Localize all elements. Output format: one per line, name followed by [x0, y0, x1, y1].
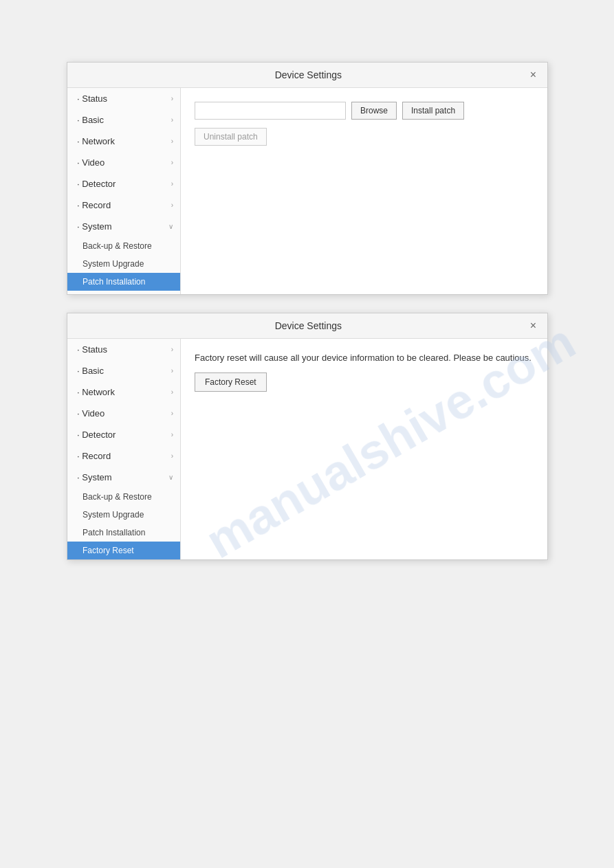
dialog2-sidebar: · Status › · Basic › · Network › · Video…	[67, 339, 181, 559]
browse-button[interactable]: Browse	[351, 102, 397, 120]
sidebar2-subitem-upgrade[interactable]: System Upgrade	[67, 506, 180, 524]
sidebar1-system-chevron: ∨	[168, 223, 173, 230]
patch-install-row: Browse Install patch	[195, 102, 534, 120]
sidebar1-item-status[interactable]: · Status ›	[67, 88, 180, 109]
sidebar1-video-label: · Video	[77, 157, 105, 168]
dialog1-content: Browse Install patch Uninstall patch	[181, 88, 547, 294]
sidebar2-item-status[interactable]: · Status ›	[67, 339, 180, 360]
sidebar2-basic-label: · Basic	[77, 366, 104, 376]
sidebar1-item-video[interactable]: · Video ›	[67, 152, 180, 173]
install-patch-button[interactable]: Install patch	[402, 102, 464, 120]
uninstall-row: Uninstall patch	[195, 128, 534, 146]
dialog-patch-installation: Device Settings × · Status › · Basic › ·…	[67, 62, 548, 295]
sidebar1-subitem-upgrade[interactable]: System Upgrade	[67, 255, 180, 273]
sidebar1-basic-label: · Basic	[77, 115, 104, 125]
sidebar1-item-system[interactable]: · System ∨	[67, 216, 180, 237]
sidebar1-record-label: · Record	[77, 200, 111, 210]
sidebar1-video-chevron: ›	[171, 159, 173, 166]
sidebar2-detector-label: · Detector	[77, 430, 116, 440]
sidebar1-subitem-backup[interactable]: Back-up & Restore	[67, 237, 180, 255]
sidebar2-network-label: · Network	[77, 387, 115, 397]
sidebar2-status-label: · Status	[77, 344, 107, 355]
sidebar2-item-record[interactable]: · Record ›	[67, 445, 180, 467]
uninstall-patch-button[interactable]: Uninstall patch	[195, 128, 267, 146]
dialog1-title: Device Settings	[89, 69, 527, 80]
sidebar1-item-detector[interactable]: · Detector ›	[67, 173, 180, 194]
sidebar1-record-chevron: ›	[171, 201, 173, 209]
sidebar2-detector-chevron: ›	[171, 431, 173, 438]
sidebar1-status-chevron: ›	[171, 95, 173, 102]
factory-reset-button[interactable]: Factory Reset	[195, 372, 267, 392]
sidebar1-subitem-patch[interactable]: Patch Installation	[67, 273, 180, 291]
sidebar1-detector-chevron: ›	[171, 180, 173, 188]
sidebar2-basic-chevron: ›	[171, 367, 173, 375]
dialog2-header: Device Settings ×	[67, 313, 547, 339]
sidebar1-detector-label: · Detector	[77, 179, 116, 189]
factory-reset-warning: Factory reset will cause all your device…	[195, 353, 534, 363]
sidebar2-video-label: · Video	[77, 408, 105, 419]
sidebar1-network-chevron: ›	[171, 137, 173, 145]
sidebar2-subitem-patch[interactable]: Patch Installation	[67, 524, 180, 542]
dialog2-content: Factory reset will cause all your device…	[181, 339, 547, 559]
dialog1-sidebar: · Status › · Basic › · Network › · Video…	[67, 88, 181, 294]
sidebar2-system-label: · System	[77, 472, 112, 482]
dialog1-header: Device Settings ×	[67, 63, 547, 88]
sidebar2-record-label: · Record	[77, 451, 111, 461]
dialog1-body: · Status › · Basic › · Network › · Video…	[67, 88, 547, 294]
dialog-factory-reset: Device Settings × · Status › · Basic › ·…	[67, 313, 548, 560]
sidebar2-item-basic[interactable]: · Basic ›	[67, 360, 180, 381]
dialog2-title: Device Settings	[89, 320, 527, 331]
sidebar1-status-label: · Status	[77, 93, 107, 104]
sidebar2-item-network[interactable]: · Network ›	[67, 381, 180, 403]
sidebar1-basic-chevron: ›	[171, 116, 173, 124]
dialog2-close-button[interactable]: ×	[527, 319, 539, 333]
sidebar2-system-chevron: ∨	[168, 474, 173, 481]
sidebar2-item-system[interactable]: · System ∨	[67, 467, 180, 488]
dialog1-close-button[interactable]: ×	[527, 68, 539, 82]
sidebar1-system-label: · System	[77, 221, 112, 232]
patch-file-input[interactable]	[195, 102, 346, 120]
sidebar2-item-video[interactable]: · Video ›	[67, 403, 180, 424]
sidebar1-item-basic[interactable]: · Basic ›	[67, 109, 180, 131]
sidebar1-item-network[interactable]: · Network ›	[67, 131, 180, 152]
dialog2-body: · Status › · Basic › · Network › · Video…	[67, 339, 547, 559]
sidebar2-status-chevron: ›	[171, 346, 173, 353]
sidebar2-network-chevron: ›	[171, 388, 173, 396]
sidebar2-subitem-factory[interactable]: Factory Reset	[67, 542, 180, 559]
sidebar2-video-chevron: ›	[171, 410, 173, 417]
sidebar1-network-label: · Network	[77, 136, 115, 146]
sidebar2-record-chevron: ›	[171, 452, 173, 460]
sidebar1-item-record[interactable]: · Record ›	[67, 194, 180, 216]
sidebar2-item-detector[interactable]: · Detector ›	[67, 424, 180, 445]
sidebar2-subitem-backup[interactable]: Back-up & Restore	[67, 488, 180, 506]
